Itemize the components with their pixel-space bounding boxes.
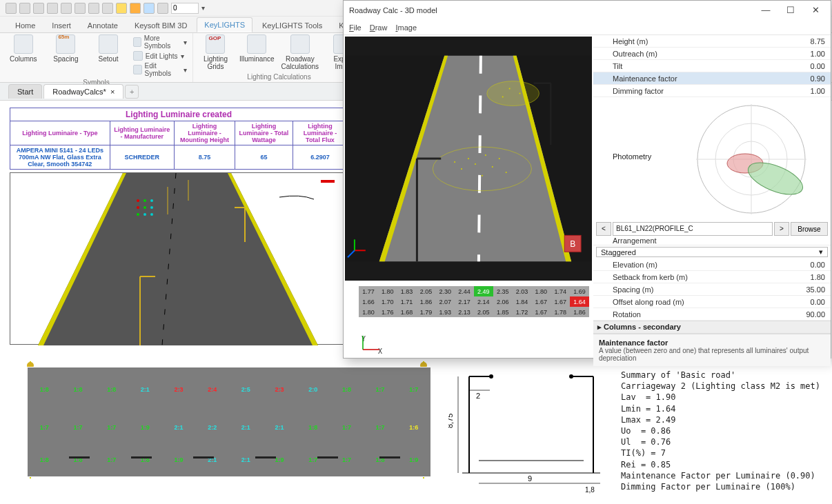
tab-insert[interactable]: Insert [45,19,78,32]
grid-cell: 1.79 [416,307,435,317]
ratio-cell: 1:9 [162,456,196,463]
prev-button[interactable]: < [596,222,611,236]
illuminance-button[interactable]: Illuminance [239,34,275,72]
tab-keysoft-bim[interactable]: Keysoft BIM 3D [128,19,194,32]
menu-image[interactable]: Image [395,23,417,32]
close-button[interactable]: ✕ [806,3,825,18]
property-row[interactable]: Outreach (m)1.00 [593,48,831,60]
perspective-view[interactable] [10,172,345,345]
tab-keylights-tools[interactable]: KeyLIGHTS Tools [255,19,329,32]
columns-button[interactable]: Columns [6,34,41,77]
table-row: AMPERA MINI 5141 - 24 LEDs 700mA NW Flat… [10,145,348,170]
svg-point-14 [143,206,146,209]
menu-file[interactable]: File [349,23,361,32]
tab-home[interactable]: Home [8,19,42,32]
ratio-cell: 1:8 [330,386,364,393]
grid-cell: 2.07 [435,296,455,307]
panel-calculations: GOPLighting Grids Illuminance Roadway Ca… [193,33,366,82]
plot-icon[interactable] [61,3,72,14]
property-row[interactable]: Maintenance factor0.90 [593,72,831,85]
property-row[interactable]: Rotation90.00 [593,308,831,321]
grid-cell: 1.80 [378,286,397,296]
ratio-cell: 2:0 [296,386,330,393]
more-symbols-icon [133,37,141,47]
open-icon[interactable] [19,3,30,14]
help-desc: A value (between zero and one) that repr… [599,347,825,362]
property-row[interactable]: Dimming factor1.00 [593,85,831,97]
lock-icon[interactable] [157,3,168,14]
snow-icon[interactable] [143,3,155,14]
save-icon[interactable] [33,3,44,14]
svg-point-45 [475,163,476,165]
ratio-cell: 1:8 [61,386,95,393]
print-icon[interactable] [75,3,86,14]
ratio-cell: 1:8 [95,386,128,393]
ratio-cell: 2:3 [162,386,196,393]
popup-menu: File Draw Image [344,20,831,35]
grid-cell: 1.78 [551,307,570,317]
ratio-cell: 2:1 [128,386,162,393]
new-icon[interactable] [6,3,17,14]
close-tab-icon[interactable]: × [110,88,115,96]
undo-icon[interactable] [88,3,99,14]
property-row[interactable]: Spacing (m)35.00 [593,283,831,296]
svg-point-54 [519,93,521,94]
col-flux: Lighting Luminaire - Total Flux [293,121,347,145]
grid-cell: 2.13 [455,307,474,317]
photometry-nav: < BL61_LN22(PROFILE_C > Browse [593,221,831,236]
panel-symbols: Columns 65mSpacing Setout More Symbols▾ … [0,33,193,82]
property-row[interactable]: Tilt0.00 [593,60,831,72]
ratio-cell: 2:5 [229,386,263,393]
svg-point-51 [506,172,507,173]
spacing-button[interactable]: 65mSpacing [48,34,84,77]
popup-titlebar[interactable]: Roadway Calc - 3D model — ☐ ✕ [344,1,831,20]
tab-annotate[interactable]: Annotate [81,19,125,32]
lightbulb-icon[interactable] [116,3,127,14]
grid-cell: 1.67 [531,296,551,307]
ratio-cell: 1:8 [296,424,330,431]
section-columns-secondary[interactable]: ▸ Columns - secondary [593,321,831,334]
svg-point-48 [499,158,500,159]
lighting-grids-button[interactable]: GOPLighting Grids [199,34,232,72]
property-row[interactable]: Setback from kerb (m)1.80 [593,271,831,283]
property-row[interactable]: Height (m)8.75 [593,35,831,48]
grid-cell: 1.67 [551,296,570,307]
saveas-icon[interactable] [47,3,58,14]
grid-cell: 2.17 [455,296,474,307]
edit-symbols-button[interactable]: Edit Symbols▾ [133,62,187,77]
svg-point-11 [143,199,146,202]
svg-point-49 [461,168,462,170]
ratio-cell: 1:7 [330,424,364,431]
more-symbols-button[interactable]: More Symbols▾ [133,34,187,50]
ratio-cell: 1:7 [364,386,397,393]
arrangement-combo[interactable]: Staggered▾ [596,247,828,257]
grid-cell: 1.64 [570,296,589,307]
lock-value-input[interactable] [171,3,199,14]
edit-lights-button[interactable]: Edit Lights▾ [133,51,187,61]
svg-point-44 [468,158,469,159]
browse-button[interactable]: Browse [791,222,828,236]
grid-cell: 2.35 [493,286,513,296]
setout-button[interactable]: Setout [90,34,126,77]
plan-grid-view[interactable]: 1.771.801.832.052.302.442.492.352.031.80… [345,283,592,356]
redo-icon[interactable] [102,3,113,14]
doc-tab-start[interactable]: Start [8,84,42,99]
ratio-cell: 2:2 [195,424,229,431]
tab-keylights[interactable]: KeyLIGHTS [197,17,252,32]
property-row[interactable]: Offset along road (m)0.00 [593,296,831,308]
add-tab-button[interactable]: + [125,85,139,99]
grid-cell: 1.86 [416,296,435,307]
panel-label-calc: Lighting Calculations [199,72,359,81]
sun-icon[interactable] [130,3,141,14]
grids-icon: GOP [206,34,225,54]
maximize-button[interactable]: ☐ [781,3,800,18]
dim-height: 8,75 [448,414,454,428]
next-button[interactable]: > [774,222,789,236]
roadway-calculations-button[interactable]: Roadway Calculations [281,34,319,72]
menu-draw[interactable]: Draw [370,23,388,32]
doc-tab-roadwaycalcs[interactable]: RoadwayCalcs*× [43,84,123,99]
edit-symbols-icon [133,65,142,74]
property-row[interactable]: Elevation (m)0.00 [593,259,831,271]
minimize-button[interactable]: — [756,3,775,18]
render-3d-view[interactable]: B [345,37,592,281]
